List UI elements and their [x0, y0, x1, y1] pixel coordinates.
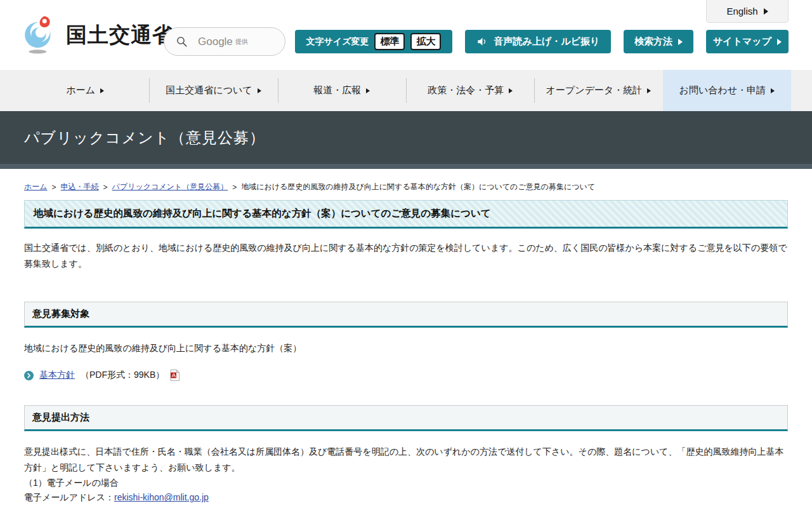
pdf-file-icon: [170, 370, 180, 381]
breadcrumb-separator: >: [52, 183, 56, 192]
article-heading: 地域における歴史的風致の維持及び向上に関する基本的な方針（案）についてのご意見の…: [24, 200, 788, 229]
search-icon: [176, 36, 188, 48]
triangle-right-icon: [647, 88, 651, 93]
banner-strip: [0, 164, 812, 169]
chevron-circle-icon: [24, 371, 34, 380]
method-paragraph: 意見提出様式に、日本語で住所・氏名・職業（会社名又は所属団体名）及び電話番号を明…: [24, 444, 788, 476]
search-provider-text: Google: [198, 36, 233, 48]
nav-item-home[interactable]: ホーム: [21, 70, 149, 111]
nav-item-contact[interactable]: お問い合わせ・申請: [663, 70, 791, 111]
triangle-right-icon: [509, 88, 513, 93]
nav-item-press[interactable]: 報道・広報: [278, 70, 406, 111]
search-method-label: 検索方法: [634, 36, 672, 48]
page-title-banner: パブリックコメント（意見公募）: [0, 111, 812, 164]
triangle-right-icon: [771, 88, 775, 93]
triangle-right-icon: [258, 88, 261, 93]
triangle-right-icon: [366, 88, 370, 93]
email-link[interactable]: rekishi-kihon@mlit.go.jp: [114, 492, 209, 502]
english-button[interactable]: English: [706, 0, 789, 23]
breadcrumb: ホーム > 申込・手続 > パブリックコメント（意見公募） > 地域における歴史…: [0, 169, 812, 192]
pdf-document-link[interactable]: 基本方針: [39, 370, 75, 381]
site-header: 国土交通省 Google 提供 文字サイズ変更 標準 拡大: [0, 0, 812, 70]
triangle-right-icon: [100, 88, 104, 93]
sitemap-label: サイトマップ: [713, 36, 771, 48]
method-email-case: （1）電子メールの場合: [24, 476, 788, 490]
page: 国土交通省 Google 提供 文字サイズ変更 標準 拡大: [0, 0, 812, 508]
nav-item-about[interactable]: 国土交通省について: [149, 70, 277, 111]
section-heading-method: 意見提出方法: [24, 405, 788, 431]
font-size-control: 文字サイズ変更 標準 拡大: [295, 30, 452, 53]
nav-item-policy[interactable]: 政策・法令・予算: [406, 70, 534, 111]
nav-label: 政策・法令・予算: [428, 84, 504, 97]
breadcrumb-separator: >: [103, 183, 108, 192]
logo-text: 国土交通省: [66, 21, 174, 50]
sitemap-button[interactable]: サイトマップ: [706, 30, 789, 53]
pdf-link-row: 基本方針 （PDF形式：99KB）: [24, 370, 788, 381]
method-department-line: 国土交通省 都市・地域整備局 公園緑地・景観課: [24, 505, 788, 508]
nav-label: お問い合わせ・申請: [679, 84, 766, 97]
tts-label: 音声読み上げ・ルビ振り: [494, 36, 600, 48]
tts-button[interactable]: 音声読み上げ・ルビ振り: [465, 30, 611, 53]
breadcrumb-separator: >: [232, 183, 237, 192]
nav-label: オープンデータ・統計: [546, 84, 643, 97]
breadcrumb-link-publiccomment[interactable]: パブリックコメント（意見公募）: [112, 182, 228, 192]
section-target-body: 地域における歴史的風致の維持及び向上に関する基本的な方針（案）: [24, 343, 788, 354]
nav-label: ホーム: [66, 84, 95, 97]
nav-item-opendata[interactable]: オープンデータ・統計: [534, 70, 662, 111]
global-nav: ホーム 国土交通省について 報道・広報 政策・法令・予算 オープンデータ・統計 …: [0, 70, 812, 111]
font-size-standard-button[interactable]: 標準: [374, 33, 405, 50]
mlit-logo-icon: [23, 15, 58, 55]
pdf-size-note: （PDF形式：99KB）: [81, 370, 164, 381]
nav-label: 報道・広報: [313, 84, 361, 97]
breadcrumb-current: 地域における歴史的風致の維持及び向上に関する基本的な方針（案）についてのご意見の…: [241, 182, 595, 192]
method-email-line: 電子メールアドレス：rekishi-kihon@mlit.go.jp: [24, 490, 788, 505]
intro-paragraph: 国土交通省では、別紙のとおり、地域における歴史的風致の維持及び向上に関する基本的…: [24, 240, 788, 271]
english-label: English: [726, 6, 757, 17]
font-size-label: 文字サイズ変更: [306, 36, 369, 48]
search-input[interactable]: Google 提供: [164, 27, 285, 56]
font-size-large-button[interactable]: 拡大: [410, 33, 441, 50]
main-content: 地域における歴史的風致の維持及び向上に関する基本的な方針（案）についてのご意見の…: [0, 200, 812, 508]
nav-label: 国土交通省について: [166, 84, 252, 97]
speaker-icon: [476, 36, 488, 48]
site-logo[interactable]: 国土交通省: [23, 15, 174, 55]
page-title: パブリックコメント（意見公募）: [24, 128, 265, 148]
breadcrumb-link-home[interactable]: ホーム: [24, 182, 48, 192]
triangle-right-icon: [678, 39, 683, 45]
email-prefix: 電子メールアドレス：: [24, 492, 114, 502]
breadcrumb-link-application[interactable]: 申込・手続: [61, 182, 99, 192]
section-heading-target: 意見募集対象: [24, 302, 788, 328]
search-provider-note: 提供: [235, 37, 248, 46]
triangle-right-icon: [764, 8, 768, 15]
search-method-button[interactable]: 検索方法: [624, 30, 693, 53]
triangle-right-icon: [777, 39, 782, 45]
